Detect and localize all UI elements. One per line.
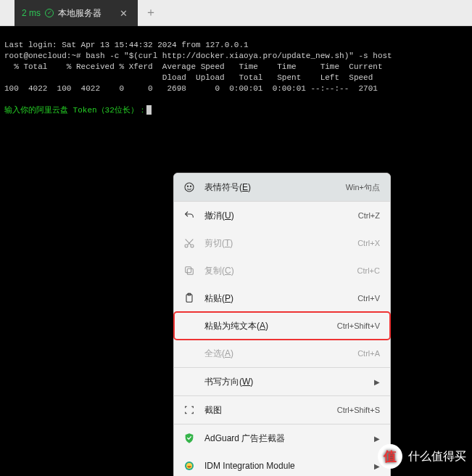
svg-rect-6 (186, 267, 191, 273)
status-ok-icon: ✓ (45, 9, 54, 17)
screenshot-icon (183, 403, 196, 416)
svg-point-0 (185, 183, 194, 192)
watermark: 值 什么值得买 (378, 444, 466, 469)
menu-label: AdGuard 广告拦截器 (204, 432, 363, 445)
terminal-line: 100 4022 100 4022 0 0 2698 0 0:00:01 0:0… (4, 84, 378, 93)
adguard-icon (183, 432, 196, 445)
idm-icon (183, 459, 196, 472)
chevron-right-icon: ▶ (374, 435, 380, 443)
new-tab-button[interactable]: ＋ (138, 0, 164, 25)
menu-item-emoji[interactable]: 表情符号(E) Win+句点 (174, 173, 390, 201)
svg-point-1 (187, 186, 188, 186)
select-all-icon (183, 347, 196, 360)
tab-active[interactable]: 2 ms ✓ 本地服务器 ✕ (15, 0, 138, 26)
menu-item-screenshot[interactable]: 截图 Ctrl+Shift+S (174, 396, 390, 424)
menu-item-select-all: 全选(A) Ctrl+A (174, 340, 390, 367)
terminal-line: Dload Upload Total Spent Left Speed (4, 73, 373, 82)
terminal-cursor (146, 105, 152, 115)
chevron-right-icon: ▶ (374, 378, 380, 386)
menu-item-paste-plain[interactable]: 粘贴为纯文本(A) Ctrl+Shift+V (174, 312, 390, 340)
tabbar-gap (0, 0, 15, 25)
tab-close-icon[interactable]: ✕ (117, 8, 131, 19)
writing-dir-icon (183, 375, 196, 388)
menu-item-undo[interactable]: 撤消(U) Ctrl+Z (174, 202, 390, 229)
menu-item-copy: 复制(C) Ctrl+C (174, 257, 390, 284)
menu-label: 截图 (204, 404, 328, 416)
svg-point-2 (190, 186, 191, 186)
tab-bar: 2 ms ✓ 本地服务器 ✕ ＋ (0, 0, 472, 26)
context-menu: 表情符号(E) Win+句点 撤消(U) Ctrl+Z 剪切(T) Ctrl+X… (173, 173, 391, 476)
terminal-line: % Total % Received % Xferd Average Speed… (4, 62, 383, 71)
menu-label: 全选(A) (204, 348, 349, 360)
menu-label: 表情符号(E) (204, 181, 337, 194)
menu-label: 复制(C) (204, 265, 349, 277)
menu-label: 书写方向(W) (204, 376, 363, 388)
emoji-icon (183, 181, 196, 194)
menu-label: 粘贴为纯文本(A) (204, 320, 328, 332)
terminal-line: root@onecloud:~# bash -c "$(curl http://… (4, 52, 392, 60)
menu-shortcut: Ctrl+Z (358, 211, 380, 220)
menu-item-writing-dir[interactable]: 书写方向(W) ▶ (174, 368, 390, 395)
menu-shortcut: Win+句点 (346, 182, 380, 193)
watermark-badge: 值 (378, 444, 402, 469)
terminal[interactable]: Last login: Sat Apr 13 15:44:32 2024 fro… (0, 26, 472, 116)
paste-plain-icon (183, 319, 196, 332)
menu-item-cut: 剪切(T) Ctrl+X (174, 229, 390, 257)
terminal-line: Last login: Sat Apr 13 15:44:32 2024 fro… (4, 41, 249, 49)
menu-shortcut: Ctrl+V (357, 294, 380, 303)
menu-shortcut: Ctrl+X (357, 239, 380, 247)
menu-shortcut: Ctrl+Shift+S (337, 406, 380, 414)
menu-shortcut: Ctrl+A (357, 349, 380, 358)
menu-item-adguard[interactable]: AdGuard 广告拦截器 ▶ (174, 424, 390, 452)
undo-icon (183, 209, 196, 222)
svg-point-4 (191, 245, 194, 247)
menu-shortcut: Ctrl+Shift+V (337, 321, 380, 330)
menu-label: 粘贴(P) (204, 292, 349, 305)
terminal-prompt: 输入你的阿里云盘 Token（32位长）： (4, 106, 146, 115)
menu-shortcut: Ctrl+C (357, 266, 380, 275)
cut-icon (183, 237, 196, 250)
watermark-text: 什么值得买 (408, 449, 466, 464)
svg-point-3 (185, 245, 188, 247)
menu-label: 撤消(U) (204, 210, 349, 222)
menu-item-paste[interactable]: 粘贴(P) Ctrl+V (174, 284, 390, 312)
paste-icon (183, 292, 196, 305)
svg-rect-5 (187, 268, 193, 274)
tab-latency: 2 ms (22, 8, 41, 18)
copy-icon (183, 264, 196, 277)
menu-label: IDM Integration Module (204, 461, 363, 471)
menu-item-idm[interactable]: IDM Integration Module ▶ (174, 452, 390, 476)
tab-title: 本地服务器 (58, 7, 102, 20)
menu-label: 剪切(T) (204, 237, 349, 250)
